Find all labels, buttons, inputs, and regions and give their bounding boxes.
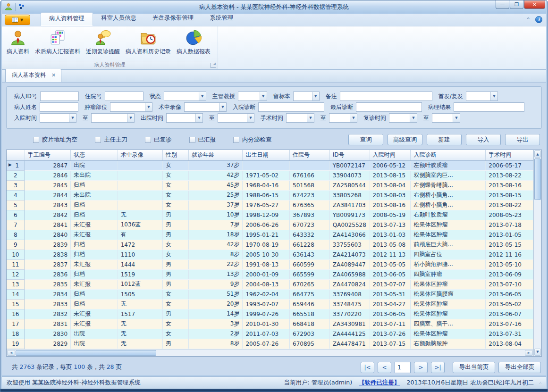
filter-select-留标本[interactable]: ▼ [293,92,320,101]
dropdown-arrow-icon[interactable]: ▼ [195,114,202,122]
checkbox-box[interactable] [145,137,151,143]
row-number[interactable]: 4 [7,190,25,200]
row-number[interactable]: 19 [7,339,25,349]
row-number[interactable]: 13 [7,279,25,289]
tab-close-icon[interactable]: ✕ [51,72,56,78]
table-row[interactable]: 62842归档无男10岁1998-12-09367893YB0099173200… [7,210,533,220]
dropdown-arrow-icon[interactable]: ▼ [490,92,497,100]
dropdown-arrow-icon[interactable]: ▼ [410,114,417,122]
filter-input-住院号[interactable] [105,92,143,101]
filter-select-手术时间[interactable]: ▼ [286,113,314,123]
filter-select-出院时间[interactable]: ▼ [166,113,203,123]
column-header-selector[interactable] [7,150,25,160]
registered-link[interactable]: 【软件已注册】 [359,379,400,387]
column-header-就诊年龄[interactable]: 就诊年龄 [189,150,243,160]
action-button-新建[interactable]: 新建 [427,134,462,145]
row-number[interactable]: 3 [7,180,25,190]
ribbon-button[interactable]: 病人数据报表 [174,28,213,57]
page-number-input[interactable] [395,362,411,373]
resize-grip-icon[interactable]: ∴ [539,382,545,387]
filter-select-术中录像[interactable]: ▼ [184,102,227,112]
table-row[interactable]: 102838归档1110女8岁2005-10-30636143ZA4214073… [7,250,533,259]
checkbox-box[interactable] [33,137,39,143]
horizontal-scroll-thumb[interactable] [16,350,156,356]
filter-select-复诊时间[interactable]: ▼ [389,113,417,123]
app-menu-button[interactable]: ▼ [5,15,30,25]
export-current-page-button[interactable]: 导出当前页 [453,362,495,373]
row-number[interactable]: 12 [7,269,25,279]
filter-select-至[interactable]: ▼ [218,113,254,123]
scroll-up-icon[interactable]: ▲ [534,150,541,158]
table-row[interactable]: 192829出院无男8岁2005-07-26670895ZA4478471201… [7,339,533,349]
close-button[interactable]: ✕ [524,0,545,9]
dropdown-arrow-icon[interactable]: ▼ [307,114,314,122]
scroll-down-icon[interactable]: ▼ [534,349,541,356]
row-number[interactable]: 18 [7,329,25,339]
table-row[interactable]: 72841未汇报1036蓝男7岁2006-06-26670723QA002552… [7,220,533,230]
ribbon-tab-1[interactable]: 病人资料管理 [41,12,93,26]
maximize-button[interactable]: ❐ [510,0,523,9]
horizontal-scroll-track[interactable] [156,350,524,356]
table-row[interactable]: 172831未汇报无女3岁2010-01-30668418ZA343098120… [7,319,533,329]
dropdown-arrow-icon[interactable]: ▼ [247,114,254,122]
table-row[interactable]: ▶12847出院女37岁YB00721472006-05-12左额叶胶质瘤200… [7,160,533,170]
last-page-button[interactable]: >| [431,362,445,373]
scroll-right-icon[interactable]: ► [525,350,533,356]
table-row[interactable]: 112837未汇报1444男22岁1991-08-13660599ZA40894… [7,259,533,269]
first-page-button[interactable]: |< [361,362,374,373]
filter-input-备注[interactable] [340,92,432,101]
row-number[interactable]: 16 [7,309,25,319]
filter-input-病理结果[interactable] [454,102,524,112]
column-header-手术时间[interactable]: 手术时间 [486,150,533,160]
vertical-scroll-thumb[interactable] [534,158,541,200]
table-row[interactable]: 122836归档1519男13岁2000-01-09665599ZA406598… [7,269,533,279]
checkbox-box[interactable] [189,137,195,143]
vertical-scroll-track[interactable] [534,200,541,348]
ribbon-button[interactable]: 近期复诊提醒 [83,28,123,57]
filter-input-病人姓名[interactable] [40,102,78,112]
table-row[interactable]: 42844未出院女25岁1988-06-15674223338052682013… [7,190,533,200]
ribbon-button[interactable]: 术后病人汇报资料 [32,28,83,57]
dialog-launcher-icon[interactable]: ◢ [211,63,216,68]
table-row[interactable]: 182830出院无女2岁2011-07-03672903ZA4444125201… [7,329,533,339]
ribbon-tab-3[interactable]: 光盘录像带管理 [144,12,202,26]
dropdown-arrow-icon[interactable]: ▼ [199,92,206,100]
row-number[interactable]: 15 [7,299,25,309]
filter-select-首发/复发[interactable]: ▼ [466,92,498,101]
dropdown-arrow-icon[interactable]: ▼ [350,114,357,122]
action-button-导入[interactable]: 导入 [466,134,501,145]
filter-select-状态[interactable]: ▼ [164,92,206,101]
horizontal-scrollbar[interactable]: ◄ ► [7,349,533,356]
export-all-pages-button[interactable]: 导出全部页 [498,362,541,373]
ribbon-tab-2[interactable]: 科室人员信息 [93,12,144,26]
dropdown-arrow-icon[interactable]: ▼ [145,103,152,111]
filter-select-至[interactable]: ▼ [91,113,135,123]
filter-select-入院时间[interactable]: ▼ [40,113,76,123]
checkbox-内分泌检查[interactable]: 内分泌检查 [233,136,272,144]
column-header-住院号[interactable]: 住院号 [290,150,330,160]
row-number[interactable]: 6 [7,210,25,220]
table-row[interactable]: 152833归档无女20岁1993-07-0765944633748475201… [7,299,533,309]
row-number[interactable]: 8 [7,230,25,240]
row-number[interactable]: 5 [7,200,25,210]
next-page-button[interactable]: > [414,362,428,373]
row-number[interactable]: 7 [7,220,25,230]
row-number[interactable]: 2 [7,170,25,180]
row-number[interactable]: ▶1 [7,160,25,170]
column-header-性别[interactable]: 性别 [162,150,188,160]
quick-access-icon[interactable] [18,3,25,11]
table-row[interactable]: 22846未出院女42岁1971-05-02676166339040732013… [7,170,533,180]
ribbon-button[interactable]: 病人资料历史记录 [123,28,174,57]
column-header-入院时间[interactable]: 入院时间 [370,150,411,160]
column-header-ID号[interactable]: ID号 [329,150,370,160]
column-header-入院诊断[interactable]: 入院诊断 [411,150,486,160]
table-row[interactable]: 82840未汇报有男18岁1995-01-21643332ZA414306620… [7,230,533,240]
dropdown-arrow-icon[interactable]: ▼ [69,114,76,122]
table-row[interactable]: 52843归档女37岁1976-05-27676365ZA38417032013… [7,200,533,210]
table-row[interactable]: 32845归档女45岁1968-04-16501568ZA25805442013… [7,180,533,190]
action-button-导出[interactable]: 导出 [505,134,540,145]
action-button-查询[interactable]: 查询 [348,134,383,145]
column-header-手工编号[interactable]: 手工编号 [25,150,70,160]
dropdown-arrow-icon[interactable]: ▼ [312,92,319,100]
column-header-状态[interactable]: 状态 [71,150,118,160]
